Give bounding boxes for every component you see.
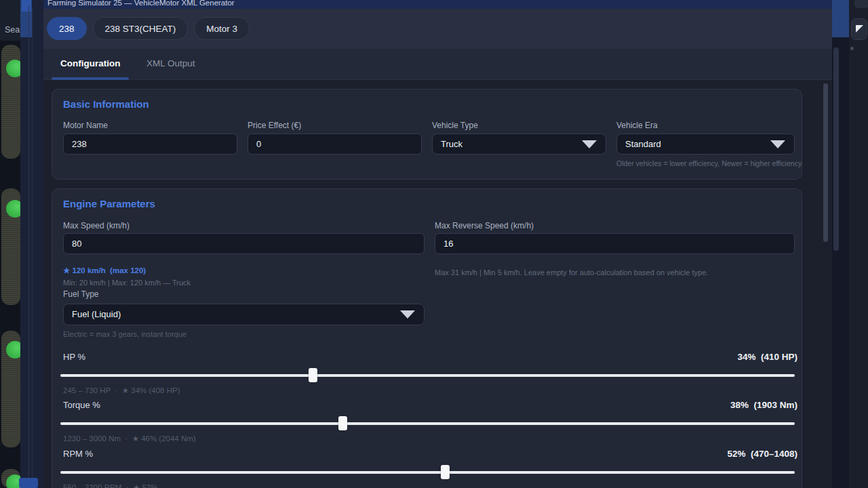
vehicle-era-label: Vehicle Era [616, 121, 658, 130]
hp-percent-slider[interactable] [60, 368, 795, 383]
max-reverse-speed-hint: Max 31 km/h | Min 5 km/h. Leave empty fo… [435, 268, 708, 277]
divider [28, 5, 29, 488]
chevron-down-icon [770, 140, 785, 148]
max-reverse-speed-label: Max Reverse Speed (km/h) [435, 221, 534, 230]
search-label: Sea [5, 25, 20, 35]
cursor-button[interactable] [851, 18, 867, 40]
price-effect-input[interactable] [248, 134, 422, 155]
hp-percent-slider-row: HP % 34% (410 HP) 245 – 730 HP · ★ 34% (… [63, 352, 795, 396]
max-speed-hint-secondary: Min: 20 km/h | Max: 120 km/h — Truck [63, 279, 191, 287]
vehicle-era-select[interactable]: Standard [616, 134, 795, 155]
rpm-percent-hint: 550 – 2200 RPM · ★ 52% [63, 483, 157, 488]
background-left-app: Sea [0, 0, 20, 488]
view-tabbar: Configuration XML Output [43, 49, 832, 80]
slider-thumb[interactable] [441, 465, 450, 479]
vehicle-type-label: Vehicle Type [432, 121, 478, 130]
rpm-percent-slider-row: RPM % 52% (470–1408) 550 – 2200 RPM · ★ … [63, 449, 795, 488]
hp-percent-value: 34% (410 HP) [737, 352, 797, 362]
torque-percent-hint: 1230 – 3000 Nm · ★ 46% (2044 Nm) [63, 434, 196, 443]
engine-parameters-heading: Engine Parameters [63, 198, 155, 209]
slider-thumb[interactable] [309, 368, 317, 382]
divider [32, 8, 33, 488]
torque-percent-value: 38% (1903 Nm) [730, 400, 797, 410]
max-speed-label: Max Speed (km/h) [63, 221, 130, 230]
dot-icon [850, 47, 854, 50]
popup-page-left-edge [20, 0, 43, 488]
hp-percent-label: HP % [63, 352, 85, 362]
hp-percent-hint: 245 – 730 HP · ★ 34% (408 HP) [63, 386, 180, 395]
modal-header: 238 238 ST3(CHEAT) Motor 3 [43, 9, 832, 49]
modal-scrollbar[interactable] [823, 83, 828, 242]
fuel-type-label: Fuel Type [63, 289, 98, 299]
tab-xml-output[interactable]: XML Output [142, 49, 199, 80]
basic-information-card: Basic Information Motor Name Price Effec… [52, 89, 802, 180]
max-speed-input[interactable] [63, 233, 425, 254]
fuel-type-hint: Electric = max 3 gears, instant torque [63, 330, 186, 338]
max-speed-hint-primary: ★ 120 km/h (max 120) [63, 266, 146, 275]
vehicle-era-value: Standard [625, 139, 661, 149]
screen: Sea Farming Simulator 25 — VehicleMotor … [0, 0, 868, 488]
tab-configuration-label: Configuration [60, 58, 120, 68]
slider-track [60, 374, 795, 377]
torque-percent-label: Torque % [63, 400, 100, 410]
motor-name-input[interactable] [63, 134, 237, 155]
configuration-panel: Basic Information Motor Name Price Effec… [43, 80, 832, 488]
modal-title: Farming Simulator 25 — VehicleMotor XML … [47, 0, 235, 7]
background-selected-item [19, 478, 38, 488]
popup-header-edge [832, 0, 849, 37]
vehicle-motor-generator-modal: Farming Simulator 25 — VehicleMotor XML … [43, 0, 832, 488]
basic-information-heading: Basic Information [63, 98, 149, 110]
background-right-app [849, 0, 868, 488]
cursor-arrow-icon [856, 25, 863, 33]
page-scrollbar[interactable] [833, 47, 839, 251]
popup-header-accent [22, 0, 31, 12]
rpm-percent-label: RPM % [63, 449, 93, 459]
motor-tab-238[interactable]: 238 [47, 17, 87, 40]
engine-parameters-card: Engine Parameters Max Speed (km/h) ★ 120… [52, 188, 802, 488]
vehicle-era-hint: Older vehicles = lower efficiency, Newer… [616, 159, 802, 167]
rpm-percent-value: 52% (470–1408) [727, 449, 797, 459]
background-button-partial [854, 0, 868, 8]
fuel-type-select[interactable]: Fuel (Liquid) [63, 304, 425, 325]
motor-tab-238-st3-cheat[interactable]: 238 ST3(CHEAT) [93, 17, 189, 40]
slider-thumb[interactable] [338, 416, 347, 430]
chevron-down-icon [400, 310, 415, 319]
price-effect-label: Price Effect (€) [248, 121, 301, 130]
torque-percent-slider[interactable] [60, 416, 795, 431]
fuel-type-value: Fuel (Liquid) [72, 309, 121, 319]
motor-tab-motor-3[interactable]: Motor 3 [194, 17, 250, 40]
vehicle-type-select[interactable]: Truck [432, 134, 606, 155]
vehicle-type-value: Truck [441, 139, 462, 149]
modal-titlebar: Farming Simulator 25 — VehicleMotor XML … [43, 0, 832, 9]
tab-configuration[interactable]: Configuration [52, 49, 129, 80]
chevron-down-icon [582, 140, 597, 148]
motor-tab-row: 238 238 ST3(CHEAT) Motor 3 [47, 17, 250, 40]
torque-percent-slider-row: Torque % 38% (1903 Nm) 1230 – 3000 Nm · … [63, 400, 795, 445]
rpm-percent-slider[interactable] [60, 465, 795, 480]
motor-name-label: Motor Name [63, 121, 108, 130]
max-reverse-speed-input[interactable] [435, 233, 795, 254]
popup-page-right-edge [832, 0, 849, 488]
slider-track [60, 422, 795, 425]
tab-xml-output-label: XML Output [146, 58, 195, 68]
slider-track [60, 471, 795, 474]
